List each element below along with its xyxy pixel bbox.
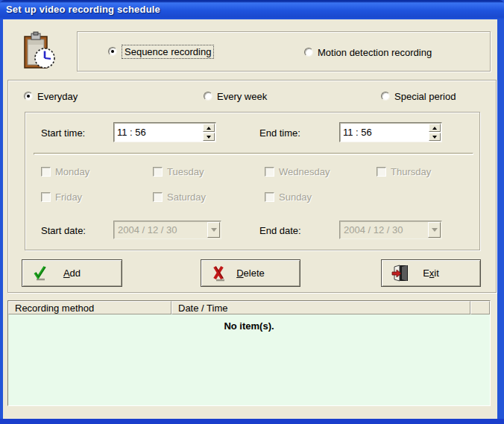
checkbox-sunday: Sunday <box>265 192 312 202</box>
end-time-spin-up-button[interactable] <box>429 124 441 132</box>
end-time-field[interactable] <box>339 122 442 142</box>
exit-button[interactable]: Exit <box>381 259 481 287</box>
list-header: Recording method Date / Time <box>8 301 490 314</box>
radio-indicator <box>381 92 390 101</box>
schedule-clipboard-clock-icon <box>19 31 57 73</box>
arrow-up-icon <box>207 127 211 130</box>
radio-every-week[interactable]: Every week <box>204 90 267 102</box>
radio-label: Everyday <box>37 91 78 102</box>
radio-indicator <box>204 92 212 101</box>
column-header-filler <box>470 301 490 314</box>
end-date-combo: 2004 / 12 / 30 <box>339 221 442 239</box>
checkbox-box <box>41 167 51 177</box>
start-date-value: 2004 / 12 / 30 <box>118 224 177 235</box>
checkbox-label: Tuesday <box>167 166 204 177</box>
checkbox-thursday: Thursday <box>377 166 431 177</box>
checkbox-label: Monday <box>55 166 89 177</box>
checkbox-box <box>265 167 274 177</box>
start-time-input[interactable] <box>117 125 188 139</box>
start-date-label: Start date: <box>41 225 86 236</box>
chevron-down-icon <box>432 228 438 232</box>
checkbox-friday: Friday <box>41 192 82 202</box>
start-time-label: Start time: <box>41 127 85 139</box>
checkbox-label: Sunday <box>279 192 312 203</box>
arrow-up-icon <box>432 127 437 130</box>
dialog-window: Set up video recording schedule Sequence… <box>0 0 504 424</box>
checkbox-label: Wednesday <box>279 166 330 177</box>
exit-button-label: Exit <box>423 268 439 279</box>
chevron-down-icon <box>211 228 217 232</box>
radio-label: Special period <box>394 91 456 102</box>
column-header-recording-method[interactable]: Recording method <box>8 301 171 314</box>
radio-indicator <box>24 92 33 101</box>
checkbox-box <box>377 167 386 177</box>
window-title: Set up video recording schedule <box>6 4 160 15</box>
checkbox-wednesday: Wednesday <box>265 166 330 177</box>
start-time-spin-up-button[interactable] <box>203 124 215 132</box>
add-button-label: Add <box>63 268 81 279</box>
radio-label: Every week <box>217 91 267 102</box>
start-date-combo: 2004 / 12 / 30 <box>113 221 221 239</box>
checkbox-tuesday: Tuesday <box>153 166 204 177</box>
titlebar[interactable]: Set up video recording schedule <box>0 0 504 19</box>
empty-list-message: No item(s). <box>224 320 274 405</box>
end-time-input[interactable] <box>343 125 414 139</box>
end-date-label: End date: <box>259 225 301 236</box>
separator-line <box>34 153 473 155</box>
radio-indicator <box>304 48 313 57</box>
combo-dropdown-button <box>207 222 220 238</box>
arrow-down-icon <box>207 136 211 139</box>
checkbox-saturday: Saturday <box>153 192 206 202</box>
radio-everyday[interactable]: Everyday <box>24 90 78 102</box>
end-date-value: 2004 / 12 / 30 <box>344 224 403 235</box>
radio-special-period[interactable]: Special period <box>381 90 456 102</box>
checkbox-monday: Monday <box>41 166 89 177</box>
add-button[interactable]: Add <box>22 259 122 287</box>
radio-sequence-recording[interactable]: Sequence recording <box>108 45 214 57</box>
start-time-spin-down-button[interactable] <box>203 133 215 141</box>
exit-door-icon <box>391 265 409 285</box>
end-time-spin-down-button[interactable] <box>429 133 441 141</box>
list-body: No item(s). <box>8 314 490 405</box>
delete-button-label: Delete <box>236 268 265 279</box>
window-border-bottom <box>0 419 504 424</box>
checkbox-box <box>153 192 163 202</box>
checkbox-box <box>41 192 51 202</box>
checkmark-icon <box>32 265 48 285</box>
start-time-field[interactable] <box>113 122 216 142</box>
radio-label: Sequence recording <box>122 45 214 59</box>
schedule-list: Recording method Date / Time No item(s). <box>7 300 491 406</box>
end-time-label: End time: <box>259 127 300 139</box>
column-header-date-time[interactable]: Date / Time <box>171 301 470 314</box>
red-x-icon <box>211 265 227 285</box>
radio-motion-detection-recording[interactable]: Motion detection recording <box>304 46 432 58</box>
checkbox-label: Thursday <box>391 166 431 177</box>
checkbox-box <box>153 167 163 177</box>
arrow-down-icon <box>432 136 437 139</box>
delete-button[interactable]: Delete <box>201 259 300 287</box>
combo-dropdown-button <box>428 222 441 238</box>
checkbox-box <box>265 192 274 202</box>
checkbox-label: Friday <box>55 192 82 203</box>
radio-indicator <box>108 47 117 56</box>
checkbox-label: Saturday <box>167 192 206 203</box>
radio-label: Motion detection recording <box>318 47 432 58</box>
